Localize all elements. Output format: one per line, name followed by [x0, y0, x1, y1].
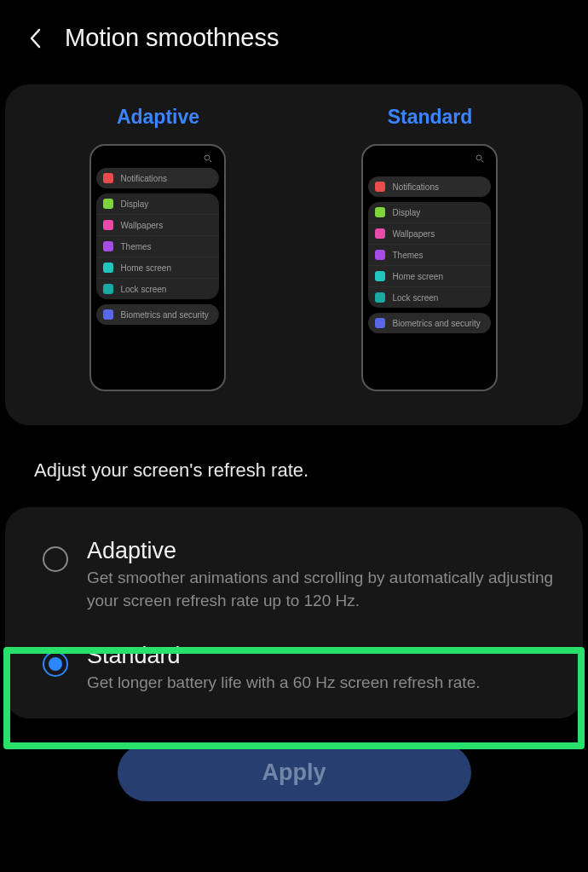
mock-row: Display	[96, 193, 219, 215]
search-icon	[204, 154, 212, 163]
option-title: Standard	[87, 643, 559, 669]
mock-row: Display	[368, 202, 491, 223]
display-icon	[103, 199, 113, 209]
display-icon	[375, 207, 385, 217]
mock-row: Lock screen	[368, 287, 491, 308]
phone-mock-standard: Notifications Display Wallpapers Themes …	[361, 144, 498, 391]
back-button[interactable]	[26, 28, 46, 49]
themes-icon	[103, 241, 113, 251]
svg-line-3	[481, 160, 483, 162]
option-desc: Get smoother animations and scrolling by…	[87, 567, 559, 612]
apply-button[interactable]: Apply	[118, 744, 471, 801]
mock-group: Display Wallpapers Themes Home screen Lo…	[96, 193, 219, 299]
svg-line-1	[210, 160, 211, 162]
mock-row: Home screen	[96, 257, 219, 279]
apply-row: Apply	[0, 719, 588, 801]
wallpaper-icon	[375, 228, 385, 239]
search-icon	[476, 154, 484, 163]
mock-row: Wallpapers	[96, 215, 219, 236]
chevron-left-icon	[27, 26, 44, 50]
mock-row: Biometrics and security	[368, 313, 491, 333]
mock-row: Wallpapers	[368, 223, 491, 245]
option-text: Adaptive Get smoother animations and scr…	[87, 538, 559, 612]
option-adaptive[interactable]: Adaptive Get smoother animations and scr…	[5, 529, 583, 634]
svg-point-0	[205, 155, 210, 160]
mock-row: Biometrics and security	[96, 304, 219, 325]
section-description: Adjust your screen's refresh rate.	[0, 425, 588, 507]
header: Motion smoothness	[0, 0, 588, 76]
shield-icon	[375, 318, 385, 328]
themes-icon	[375, 250, 385, 260]
preview-adaptive[interactable]: Adaptive Notifications Display Wallpaper…	[27, 106, 288, 391]
mock-row: Lock screen	[96, 279, 219, 299]
home-icon	[103, 263, 113, 273]
option-desc: Get longer battery life with a 60 Hz scr…	[87, 672, 559, 695]
notification-icon	[375, 182, 385, 192]
phone-mock-adaptive: Notifications Display Wallpapers Themes …	[89, 144, 226, 391]
lock-icon	[375, 292, 385, 303]
preview-card: Adaptive Notifications Display Wallpaper…	[5, 84, 583, 425]
mock-row: Home screen	[368, 266, 491, 287]
radio-standard[interactable]	[43, 651, 68, 677]
mock-group: Display Wallpapers Themes Home screen Lo…	[368, 202, 491, 308]
option-standard[interactable]: Standard Get longer battery life with a …	[5, 634, 583, 719]
shield-icon	[103, 309, 113, 320]
option-text: Standard Get longer battery life with a …	[87, 643, 559, 695]
home-icon	[375, 271, 385, 281]
mock-row: Notifications	[96, 168, 219, 188]
radio-adaptive[interactable]	[43, 546, 68, 572]
mock-row: Notifications	[368, 176, 491, 197]
page-title: Motion smoothness	[65, 24, 279, 52]
mock-row: Themes	[96, 236, 219, 257]
svg-point-2	[476, 155, 481, 160]
lock-icon	[103, 284, 113, 294]
preview-standard[interactable]: Standard Notifications Display Wallpaper…	[299, 106, 560, 391]
mock-row: Themes	[368, 245, 491, 266]
notification-icon	[103, 173, 113, 183]
preview-label-standard: Standard	[388, 106, 473, 129]
preview-label-adaptive: Adaptive	[117, 106, 199, 129]
option-title: Adaptive	[87, 538, 559, 564]
options-card: Adaptive Get smoother animations and scr…	[5, 507, 583, 719]
wallpaper-icon	[103, 220, 113, 230]
